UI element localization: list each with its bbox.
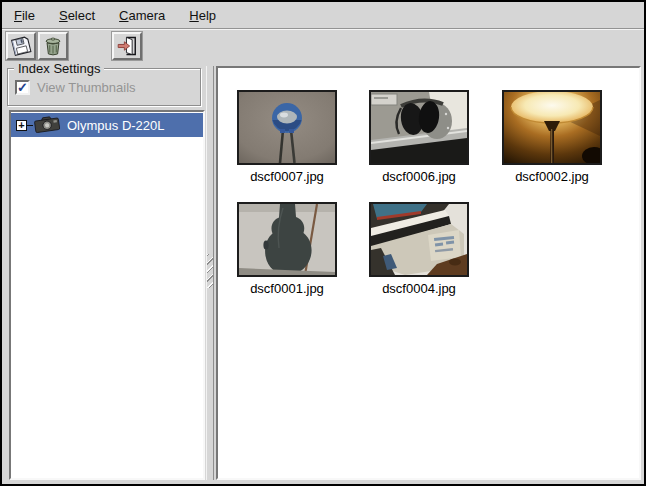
check-icon: ✓ bbox=[17, 82, 28, 93]
thumbnail-cell[interactable]: dscf0007.jpg bbox=[222, 88, 352, 184]
thumbnail-image[interactable] bbox=[502, 90, 602, 165]
camera-icon bbox=[34, 115, 60, 136]
app-window: File Select Camera Help bbox=[0, 0, 646, 486]
save-button[interactable] bbox=[6, 32, 36, 60]
toolbar bbox=[2, 30, 644, 62]
thumbnail-label: dscf0002.jpg bbox=[487, 169, 617, 184]
thumbnail-cell[interactable]: dscf0002.jpg bbox=[487, 88, 617, 184]
trash-icon bbox=[42, 35, 64, 57]
delete-button[interactable] bbox=[38, 32, 68, 60]
index-settings-frame: Index Settings ✓ View Thumbnails bbox=[7, 68, 201, 106]
menu-item-camera[interactable]: Camera bbox=[109, 5, 175, 26]
pane-splitter[interactable] bbox=[206, 66, 214, 480]
floppy-disk-icon bbox=[10, 35, 32, 57]
exit-button[interactable] bbox=[112, 32, 142, 60]
view-thumbnails-checkbox[interactable]: ✓ View Thumbnails bbox=[15, 80, 136, 95]
menu-item-help[interactable]: Help bbox=[179, 5, 226, 26]
menu-item-file[interactable]: File bbox=[4, 5, 45, 26]
tree-item-olympus[interactable]: + Olympus D-220L bbox=[11, 113, 203, 137]
thumbnail-label: dscf0006.jpg bbox=[354, 169, 484, 184]
thumbnail-image[interactable] bbox=[237, 202, 337, 277]
thumbnail-image[interactable] bbox=[237, 90, 337, 165]
thumbnail-label: dscf0001.jpg bbox=[222, 281, 352, 296]
splitter-grip-icon[interactable] bbox=[207, 254, 213, 288]
menubar: File Select Camera Help bbox=[2, 2, 644, 29]
thumbnail-image[interactable] bbox=[369, 90, 469, 165]
exit-door-icon bbox=[116, 35, 138, 57]
tree-branch-line bbox=[27, 125, 33, 126]
thumbnail-cell[interactable]: dscf0001.jpg bbox=[222, 200, 352, 296]
menu-item-select[interactable]: Select bbox=[49, 5, 105, 26]
checkbox-box[interactable]: ✓ bbox=[15, 80, 30, 95]
thumbnail-cell[interactable]: dscf0004.jpg bbox=[354, 200, 484, 296]
thumbnail-label: dscf0007.jpg bbox=[222, 169, 352, 184]
tree-item-label: Olympus D-220L bbox=[67, 118, 165, 133]
thumbnail-image[interactable] bbox=[369, 202, 469, 277]
camera-tree: + Olympus D-220L bbox=[9, 110, 205, 480]
index-settings-label: Index Settings bbox=[14, 61, 104, 76]
thumbnail-cell[interactable]: dscf0006.jpg bbox=[354, 88, 484, 184]
checkbox-label: View Thumbnails bbox=[37, 80, 136, 95]
thumbnail-label: dscf0004.jpg bbox=[354, 281, 484, 296]
expander-icon[interactable]: + bbox=[16, 120, 27, 131]
